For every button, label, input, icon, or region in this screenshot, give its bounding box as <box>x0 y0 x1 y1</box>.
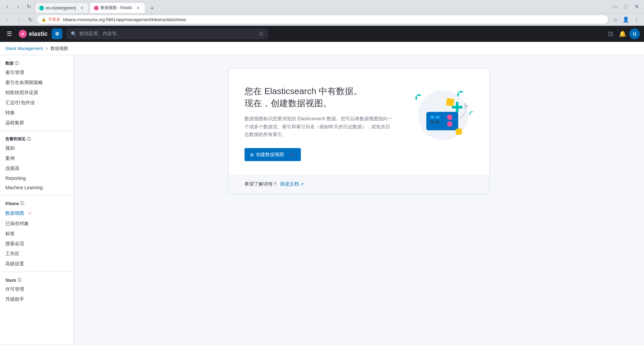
reload-button[interactable]: ↻ <box>24 2 34 11</box>
sidebar-item-tags-label: 标签 <box>5 231 15 237</box>
nav-forward-button[interactable]: › <box>14 15 23 24</box>
sidebar-item-snapshot-restore-label: 拍取快照并还原 <box>5 90 38 96</box>
data-views-arrow-annotation: ← <box>28 210 34 217</box>
elastic-logo-circle: e <box>19 30 27 38</box>
svg-marker-17 <box>470 111 473 113</box>
sidebar-item-data-views[interactable]: 数据视图 ← <box>0 208 73 219</box>
new-tab-button[interactable]: + <box>147 4 157 13</box>
sidebar-item-ml[interactable]: Machine Learning <box>0 183 73 192</box>
sidebar-item-upgrade[interactable]: 升级助手 <box>0 294 73 304</box>
sidebar-item-rules-label: 规则 <box>5 145 15 151</box>
app-icon-button[interactable]: ⚙ <box>52 28 62 39</box>
card-title: 您在 Elasticsearch 中有数据。 现在，创建数据视图。 <box>245 85 393 110</box>
sidebar-divider-3 <box>0 272 73 272</box>
stack-section-info-icon[interactable]: ⓘ <box>17 277 21 283</box>
sidebar-item-connectors[interactable]: 连接器 <box>0 163 73 174</box>
sidebar-section-stack-label: Stack <box>5 278 16 283</box>
sidebar-item-search-sessions[interactable]: 搜索会话 <box>0 239 73 249</box>
sidebar-divider-2 <box>0 195 73 195</box>
back-button[interactable]: ‹ <box>3 2 12 11</box>
address-bar[interactable]: 🔒 不安全 kibana.mooreyxia.org:5601/app/mana… <box>37 15 608 24</box>
svg-rect-14 <box>446 98 454 106</box>
user-avatar-button[interactable]: U <box>629 28 640 39</box>
main-card: 您在 Elasticsearch 中有数据。 现在，创建数据视图。 数据视图标识… <box>228 69 490 175</box>
breadcrumb-separator: > <box>46 46 48 51</box>
elastic-logo: e elastic <box>19 30 48 38</box>
close-window-button[interactable]: ✕ <box>632 2 641 11</box>
tab-1[interactable]: es-cluster[green] ✕ <box>35 2 89 13</box>
app-icon-label: ⚙ <box>55 31 59 37</box>
tab-bar: es-cluster[green] ✕ 数据视图 - Elastic ✕ + <box>35 0 609 13</box>
minimize-button[interactable]: — <box>610 2 620 11</box>
sidebar-item-ml-label: Machine Learning <box>5 185 43 190</box>
sidebar-item-rollup[interactable]: 汇总/打包作业 <box>0 98 73 108</box>
hamburger-menu-button[interactable]: ☰ <box>4 28 15 39</box>
nav-back-button[interactable]: ‹ <box>3 15 12 24</box>
global-search-bar[interactable]: 🔍 查找应用、内容等。 / <box>66 28 268 39</box>
bookmark-button[interactable]: ☆ <box>610 15 620 24</box>
svg-point-12 <box>447 115 452 120</box>
search-shortcut: / <box>259 31 263 36</box>
svg-marker-2 <box>416 94 422 96</box>
sidebar-item-transform[interactable]: 转换 <box>0 108 73 118</box>
sidebar-item-advanced-settings-label: 高级设置 <box>5 261 24 267</box>
sidebar-item-advanced-settings[interactable]: 高级设置 <box>0 259 73 269</box>
create-data-view-button[interactable]: ⊕ 创建数据视图 ← <box>245 148 301 161</box>
menu-button[interactable]: ⋮ <box>632 15 641 24</box>
sidebar-item-data-views-label: 数据视图 <box>5 210 24 216</box>
sidebar-item-saved-objects-label: 已保存对象 <box>5 221 29 227</box>
sidebar-item-cases-label: 案例 <box>5 155 15 161</box>
svg-marker-16 <box>469 112 471 115</box>
sidebar-item-workspaces[interactable]: 工作区 <box>0 249 73 259</box>
card-content-left: 您在 Elasticsearch 中有数据。 现在，创建数据视图。 数据视图标识… <box>245 85 393 161</box>
sidebar-item-remote-clusters-label: 远程集群 <box>5 120 24 126</box>
breadcrumb-current: 数据视图 <box>51 46 68 52</box>
create-btn-label: 创建数据视图 <box>256 152 284 158</box>
alerts-section-info-icon[interactable]: ⓘ <box>27 136 31 142</box>
forward-button[interactable]: › <box>13 2 23 11</box>
read-docs-link-label: 阅读文档 <box>280 181 299 187</box>
bell-icon-button[interactable]: 🔔 <box>617 28 628 39</box>
tab-1-close[interactable]: ✕ <box>79 5 85 11</box>
kibana-section-info-icon[interactable]: ⓘ <box>20 201 24 206</box>
maximize-button[interactable]: □ <box>621 2 631 11</box>
sidebar-section-alerts-label: 告警和洞见 <box>5 136 25 142</box>
tab-1-label: es-cluster[green] <box>46 6 76 10</box>
search-icon: 🔍 <box>71 31 76 37</box>
address-bar-row: ‹ › ↻ 🔒 不安全 kibana.mooreyxia.org:5601/ap… <box>0 13 644 26</box>
sidebar-item-remote-clusters[interactable]: 远程集群 <box>0 118 73 128</box>
sidebar-section-kibana: Kibana ⓘ <box>0 198 73 208</box>
svg-rect-6 <box>452 106 463 109</box>
address-text: 不安全 <box>48 17 60 22</box>
sidebar-item-cases[interactable]: 案例 <box>0 153 73 163</box>
card-illustration <box>406 85 473 145</box>
main-layout: 数据 ⓘ 索引管理 索引生命周期策略 拍取快照并还原 汇总/打包作业 转换 远程… <box>0 55 644 344</box>
sidebar-item-rules[interactable]: 规则 <box>0 143 73 153</box>
sidebar-item-license-label: 许可管理 <box>5 286 24 292</box>
breadcrumb-stack-management[interactable]: Stack Management <box>5 46 43 51</box>
sidebar-item-reporting[interactable]: Reporting <box>0 174 73 183</box>
svg-marker-1 <box>415 95 417 100</box>
address-actions: ☆ 👤 ⋮ <box>610 15 641 24</box>
search-placeholder: 查找应用、内容等。 <box>79 31 256 37</box>
card-title-line1: 您在 Elasticsearch 中有数据。 <box>245 86 362 96</box>
data-section-info-icon[interactable]: ⓘ <box>15 61 19 66</box>
sidebar: 数据 ⓘ 索引管理 索引生命周期策略 拍取快照并还原 汇总/打包作业 转换 远程… <box>0 55 74 344</box>
tab-2-close[interactable]: ✕ <box>136 5 141 11</box>
sidebar-item-index-lifecycle[interactable]: 索引生命周期策略 <box>0 78 73 88</box>
nav-reload-button[interactable]: ↻ <box>25 15 35 24</box>
read-docs-link[interactable]: 阅读文档 ↗ <box>280 181 304 187</box>
content-area: 您在 Elasticsearch 中有数据。 现在，创建数据视图。 数据视图标识… <box>74 55 644 344</box>
sidebar-item-saved-objects[interactable]: 已保存对象 <box>0 219 73 229</box>
elastic-logo-text: elastic <box>29 30 48 38</box>
profile-button[interactable]: 👤 <box>621 15 631 24</box>
tab-2[interactable]: 数据视图 - Elastic ✕ <box>90 2 145 13</box>
sidebar-item-tags[interactable]: 标签 <box>0 229 73 239</box>
screen-icon-button[interactable]: ⊡ <box>605 28 616 39</box>
sidebar-item-license[interactable]: 许可管理 <box>0 284 73 294</box>
sidebar-item-index-management[interactable]: 索引管理 <box>0 68 73 78</box>
sidebar-item-snapshot-restore[interactable]: 拍取快照并还原 <box>0 88 73 98</box>
sidebar-section-kibana-label: Kibana <box>5 201 19 206</box>
sidebar-item-rollup-label: 汇总/打包作业 <box>5 100 35 106</box>
sidebar-section-alerts: 告警和洞见 ⓘ <box>0 134 73 143</box>
